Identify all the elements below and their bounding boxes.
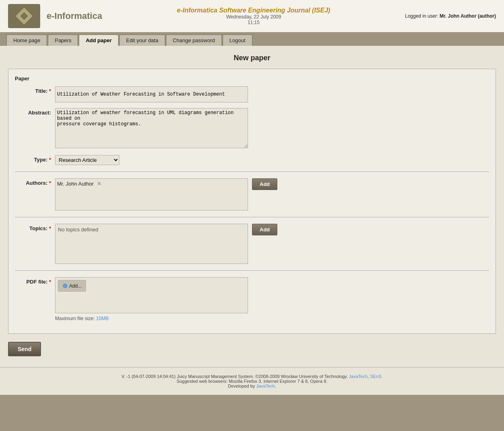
authors-box: Mr. John Author ✕ [55, 178, 248, 210]
abstract-input[interactable]: Utilization of weather forecasting in UM… [55, 108, 248, 148]
pdf-row: PDF file: * ⊕ Add... Maximum file size: … [15, 277, 489, 321]
type-select[interactable]: Research Article Survey Short Communicat… [55, 155, 119, 165]
section-divider-3 [15, 270, 489, 271]
type-required: * [47, 157, 51, 163]
title-row: Title: * [15, 86, 489, 102]
footer: V. -1 (04-07-2009 14:04:41) Juicy Manusc… [0, 367, 504, 395]
author-name: Mr. John Author [57, 181, 94, 187]
footer-version: V. -1 (04-07-2009 14:04:41) Juicy Manusc… [6, 374, 498, 379]
title-input[interactable] [55, 86, 248, 102]
type-input-wrap: Research Article Survey Short Communicat… [55, 155, 248, 165]
author-tag: Mr. John Author ✕ [57, 180, 102, 187]
paper-form: Paper Title: * Abstract: Utilization of … [8, 69, 496, 334]
add-topic-button[interactable]: Add [252, 224, 277, 235]
journal-title: e-Informatica Software Engineering Journ… [177, 7, 330, 14]
logged-in-label: Logged in user: [405, 13, 438, 19]
pdf-label: PDF file: * [15, 277, 55, 285]
page-title: New paper [8, 54, 496, 62]
remove-author-button[interactable]: ✕ [97, 180, 102, 187]
tab-edit-data[interactable]: Edit your data [119, 35, 165, 46]
abstract-label: Abstract: [15, 108, 55, 116]
title-input-wrap [55, 86, 248, 102]
tab-add-paper[interactable]: Add paper [79, 35, 118, 46]
type-label: Type: * [15, 155, 55, 163]
main-content: New paper Paper Title: * Abstract: Utili… [0, 46, 504, 367]
topics-label: Topics: * [15, 224, 55, 231]
user-info: Logged in user: Mr. John Author (author) [405, 13, 496, 19]
authors-row: Authors: * Mr. John Author ✕ Add [15, 178, 489, 210]
topics-row: Topics: * No topics defined Add [15, 224, 489, 264]
section-divider-1 [15, 172, 489, 172]
abstract-input-wrap: Utilization of weather forecasting in UM… [55, 108, 248, 149]
authors-label: Authors: * [15, 178, 55, 186]
file-size-value: 10MB [96, 316, 109, 321]
topics-empty-text: No topics defined [58, 227, 98, 233]
pdf-required: * [47, 279, 51, 285]
add-file-label: Add... [69, 283, 82, 289]
footer-browsers: Suggested web browsers: Mozilla Firefox … [6, 379, 498, 384]
navbar: Home page Papers Add paper Edit your dat… [0, 33, 504, 46]
section-divider-2 [15, 217, 489, 217]
journal-info: e-Informatica Software Engineering Journ… [177, 7, 330, 25]
journal-time: 11:15 [177, 20, 330, 25]
footer-javatech-link[interactable]: JavaTech [349, 374, 367, 379]
tab-change-password[interactable]: Change password [166, 35, 222, 46]
add-file-button[interactable]: ⊕ Add... [58, 280, 86, 292]
journal-date: Wednesday, 22 July 2009 [177, 14, 330, 20]
tab-papers[interactable]: Papers [48, 35, 78, 46]
logged-in-user: Mr. John Author (author) [440, 13, 496, 19]
send-button[interactable]: Send [8, 342, 41, 356]
topics-required: * [47, 225, 51, 231]
authors-input-wrap: Mr. John Author ✕ Add [55, 178, 277, 210]
pdf-input-wrap: ⊕ Add... Maximum file size: 10MB [55, 277, 248, 321]
title-label: Title: * [15, 86, 55, 94]
tab-home[interactable]: Home page [6, 35, 47, 46]
type-row: Type: * Research Article Survey Short Co… [15, 155, 489, 165]
tab-logout[interactable]: Logout [223, 35, 252, 46]
footer-javatech2-link[interactable]: JavaTech [256, 384, 275, 388]
footer-sens-link[interactable]: SEnS. [370, 374, 383, 379]
title-required: * [47, 88, 51, 94]
abstract-row: Abstract: Utilization of weather forecas… [15, 108, 489, 149]
plus-icon: ⊕ [62, 282, 68, 290]
file-size-note: Maximum file size: 10MB [55, 316, 248, 321]
pdf-file-area: ⊕ Add... [55, 277, 248, 313]
topics-box: No topics defined [55, 224, 248, 264]
authors-required: * [47, 180, 51, 186]
logo-area: e-Informatica [8, 4, 102, 28]
paper-section-title: Paper [15, 76, 489, 82]
logo-box [8, 4, 40, 28]
header: e-Informatica e-Informatica Software Eng… [0, 0, 504, 33]
logo-icon [14, 6, 34, 26]
footer-developed-by: Developed by JavaTech. [6, 384, 498, 388]
logo-text: e-Informatica [47, 11, 102, 21]
topics-input-wrap: No topics defined Add [55, 224, 277, 264]
add-author-button[interactable]: Add [252, 178, 277, 190]
